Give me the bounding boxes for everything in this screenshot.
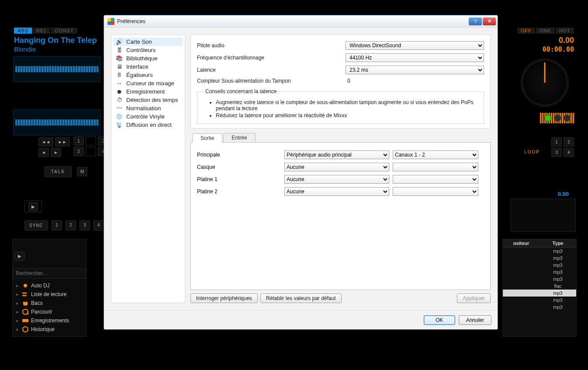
nav-item-contr-leurs[interactable]: 🎛Contrôleurs [113, 46, 183, 54]
reset-defaults-button[interactable]: Rétablir les valeurs par défaut [260, 293, 341, 303]
d2-hot-4[interactable]: 4 [564, 148, 574, 157]
hotcue-1[interactable]: 1 [73, 136, 84, 146]
mode-hot[interactable]: HOT [556, 28, 574, 34]
track-table[interactable]: ositeur Type mp3mp3mp3mp3mp3flacmp3mp3mp… [502, 239, 577, 337]
mode-abs[interactable]: ABS [14, 28, 32, 34]
sync-3[interactable]: 3 [80, 220, 90, 230]
jog-wheel[interactable] [521, 59, 569, 107]
nav-item-biblioth-que[interactable]: 📚Bibliothèque [113, 54, 183, 63]
sync-4[interactable]: 4 [93, 220, 104, 230]
audio-driver-select[interactable]: Windows DirectSound [346, 41, 484, 50]
nav-item-contr-le-vinyle[interactable]: 💿Contrôle Vinyle [113, 112, 183, 121]
d2-hot-3[interactable]: 3 [551, 148, 562, 157]
cancel-button[interactable]: Annuler [459, 315, 491, 325]
sidebar-item-enregistrements[interactable]: ▸Enregistrements [14, 316, 86, 325]
output-channel-select[interactable] [393, 187, 478, 196]
output-label: Casque [197, 164, 284, 170]
table-row[interactable]: mp3 [503, 255, 576, 262]
m-button[interactable]: M [77, 167, 87, 176]
output-device-select[interactable]: Aucune [284, 187, 389, 196]
disclosure-icon[interactable]: ▸ [16, 309, 20, 315]
table-row[interactable]: mp3 [503, 290, 576, 297]
nav-item-d-tection-des-temps[interactable]: ⏱Détection des temps [113, 96, 183, 104]
titlebar[interactable]: Préférences ? ✕ [104, 15, 498, 28]
repeat-icon[interactable] [554, 115, 561, 122]
d2-hot-2[interactable]: 2 [564, 137, 574, 147]
play-button[interactable]: ▶ [28, 202, 38, 211]
underrun-label: Compteur Sous-alimentation du Tampon [197, 78, 346, 84]
apply-button[interactable]: Appliquer [457, 293, 491, 303]
nav-item-enregistrement[interactable]: ⏺Enregistrement [113, 87, 183, 96]
vinyl-mode-left[interactable]: ABS REL CONST [14, 28, 77, 34]
output-channel-select[interactable] [393, 175, 478, 184]
nav-icon: ⏺ [116, 88, 123, 95]
help-button[interactable]: ? [469, 17, 482, 25]
table-row[interactable]: mp3 [503, 248, 576, 255]
d2-hot-1[interactable]: 1 [551, 137, 562, 147]
nav-item-curseur-de-mixage[interactable]: ↔Curseur de mixage [113, 79, 183, 87]
mode-one[interactable]: ONE [536, 28, 555, 34]
prev-button[interactable]: ◄◄ [38, 137, 53, 147]
sidebar-item-parcourir[interactable]: ▸Parcourir [14, 307, 86, 316]
disclosure-icon[interactable]: ▸ [16, 291, 20, 297]
sync-button[interactable]: SYNC [24, 220, 48, 230]
nav-item-interface[interactable]: 🖥Interface [113, 63, 183, 71]
mode-const[interactable]: CONST [51, 28, 77, 34]
ok-button[interactable]: OK [424, 315, 455, 325]
sample-rate-select[interactable]: 44100 Hz [346, 53, 484, 62]
table-row[interactable]: mp3 [503, 269, 576, 276]
sidebar-item-historique[interactable]: ▸Historique [14, 325, 86, 334]
nav-icon: ⏱ [116, 97, 123, 103]
mode-rel[interactable]: REL [33, 28, 50, 34]
output-channel-select[interactable] [393, 163, 478, 171]
table-row[interactable]: mp3 [503, 262, 576, 269]
nav-item--galiseurs[interactable]: 🎚Égaliseurs [113, 71, 183, 79]
table-row[interactable]: flac [503, 283, 576, 290]
waveform-overview-2[interactable] [13, 109, 100, 136]
tab-output[interactable]: Sortie [192, 133, 222, 143]
sync-2[interactable]: 2 [66, 220, 76, 230]
table-row[interactable]: mp3 [503, 297, 576, 304]
brw-icon [22, 309, 28, 315]
output-device-select[interactable]: Aucune [284, 163, 389, 171]
nav-item-normalisation[interactable]: 〰Normalisation [113, 104, 183, 112]
vinyl-mode-right[interactable]: OFF ONE HOT [517, 28, 574, 34]
nav-item-diffusion-en-direct[interactable]: 📡Diffusion en direct [113, 121, 183, 129]
mode-off[interactable]: OFF [517, 28, 535, 34]
sidebar-item-label: Bacs [31, 300, 43, 306]
nav-icon: 📡 [116, 122, 123, 128]
nav-icon: 📚 [116, 55, 123, 62]
close-button[interactable]: ✕ [483, 17, 496, 25]
output-device-select[interactable]: Périphérique audio principal [284, 150, 389, 159]
nav-icon: 🖥 [116, 63, 123, 70]
hist-icon [22, 326, 28, 332]
table-row[interactable]: mp3 [503, 276, 576, 283]
next-button[interactable]: ►► [55, 137, 70, 147]
rewind-button[interactable]: ◄ [38, 148, 49, 157]
ffwd-button[interactable]: ► [51, 148, 61, 157]
sidebar-item-bacs[interactable]: ▸Bacs [14, 299, 86, 307]
sidebar-item-liste-de-lecture[interactable]: ▸Liste de lecture [14, 290, 86, 299]
output-device-select[interactable]: Aucune [284, 175, 389, 184]
disclosure-icon[interactable]: ▸ [16, 300, 20, 306]
sidebar-item-auto-dj[interactable]: ▸Auto DJ [14, 281, 86, 290]
mixer-right[interactable] [510, 199, 576, 232]
talk-button[interactable]: TALK [45, 166, 72, 177]
waveform-overview-1[interactable] [13, 56, 100, 82]
sync-1[interactable]: 1 [52, 220, 62, 230]
col-type[interactable]: Type [540, 239, 576, 247]
table-row[interactable]: mp3 [503, 304, 576, 311]
tab-input[interactable]: Entrée [223, 133, 255, 142]
disclosure-icon[interactable]: ▸ [16, 283, 20, 289]
search-input[interactable] [13, 268, 86, 279]
disclosure-icon[interactable]: ▸ [16, 318, 20, 324]
eject-icon[interactable] [564, 115, 571, 122]
nav-item-carte-son[interactable]: 🔊Carte Son [113, 38, 183, 46]
hotcue-b1[interactable]: 2 [73, 147, 84, 156]
disclosure-icon[interactable]: ▸ [16, 326, 20, 332]
latency-select[interactable]: 23.2 ms [346, 66, 484, 74]
col-composer[interactable]: ositeur [503, 239, 540, 247]
lib-play-button[interactable]: ▶ [14, 251, 25, 261]
output-channel-select[interactable]: Canaux 1 - 2 [393, 150, 478, 159]
query-devices-button[interactable]: Interroger périphériques [190, 293, 258, 303]
